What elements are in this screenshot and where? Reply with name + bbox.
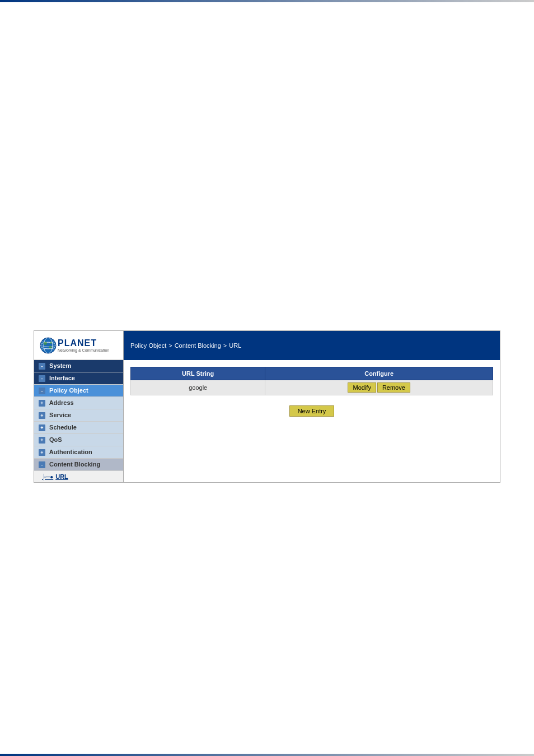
sidebar-item-qos[interactable]: + QoS — [34, 434, 123, 446]
breadcrumb-part-1: Policy Object — [130, 342, 166, 349]
plus-icon: + — [39, 437, 45, 444]
breadcrumb-sep-2: > — [223, 342, 227, 349]
table-header-row: URL String Configure — [131, 367, 493, 380]
modify-button[interactable]: Modify — [348, 382, 376, 393]
bottom-decorative-line — [0, 754, 534, 756]
table-cell-url-string: google — [131, 380, 265, 395]
remove-button[interactable]: Remove — [377, 382, 410, 393]
breadcrumb-part-3: URL — [229, 342, 241, 349]
brand-name: PLANET — [58, 338, 109, 348]
sidebar-item-service[interactable]: + Service — [34, 409, 123, 422]
logo-area: PLANET Networking & Communication — [34, 331, 123, 360]
col-header-configure: Configure — [265, 367, 493, 380]
breadcrumb-part-2: Content Blocking — [175, 342, 221, 349]
sidebar-item-address[interactable]: + Address — [34, 397, 123, 409]
minus-icon: - — [39, 461, 45, 468]
plus-icon: + — [39, 400, 45, 407]
new-entry-button[interactable]: New Entry — [289, 405, 335, 417]
arrow-icon: ├─● — [42, 474, 53, 480]
table-row: google ModifyRemove — [131, 380, 493, 395]
svg-point-4 — [44, 342, 47, 345]
sidebar-item-interface[interactable]: - Interface — [34, 372, 123, 385]
table-area: URL String Configure google ModifyRemove — [124, 360, 500, 428]
col-header-url-string: URL String — [131, 367, 265, 380]
svg-point-5 — [49, 346, 52, 348]
brand-subtitle: Networking & Communication — [58, 348, 109, 352]
sidebar: PLANET Networking & Communication - Syst… — [34, 331, 124, 482]
sidebar-item-authentication[interactable]: + Authentication — [34, 446, 123, 459]
top-decorative-line — [0, 0, 534, 2]
plus-icon: + — [39, 424, 45, 431]
sidebar-item-system[interactable]: - System — [34, 360, 123, 372]
breadcrumb-sep-1: > — [168, 342, 172, 349]
plus-icon: + — [39, 449, 45, 456]
svg-point-6 — [50, 342, 52, 344]
sidebar-item-schedule[interactable]: + Schedule — [34, 422, 123, 434]
main-content: Policy Object > Content Blocking > URL U… — [124, 331, 500, 482]
url-table: URL String Configure google ModifyRemove — [130, 367, 493, 395]
logo-text-area: PLANET Networking & Communication — [58, 338, 109, 352]
table-cell-configure: ModifyRemove — [265, 380, 493, 395]
sidebar-item-policy-object[interactable]: - Policy Object — [34, 385, 123, 397]
sidebar-subitem-url[interactable]: ├─● URL — [34, 471, 123, 482]
plus-icon: + — [39, 412, 45, 419]
new-entry-row: New Entry — [130, 401, 493, 421]
breadcrumb-bar: Policy Object > Content Blocking > URL — [124, 331, 500, 360]
minus-icon: - — [39, 375, 45, 382]
ui-panel: PLANET Networking & Communication - Syst… — [34, 330, 500, 483]
minus-icon: - — [39, 388, 45, 394]
sidebar-item-content-blocking[interactable]: - Content Blocking — [34, 459, 123, 471]
minus-icon: - — [39, 363, 45, 370]
planet-logo-icon — [39, 336, 58, 355]
page-wrapper: PLANET Networking & Communication - Syst… — [0, 0, 534, 756]
